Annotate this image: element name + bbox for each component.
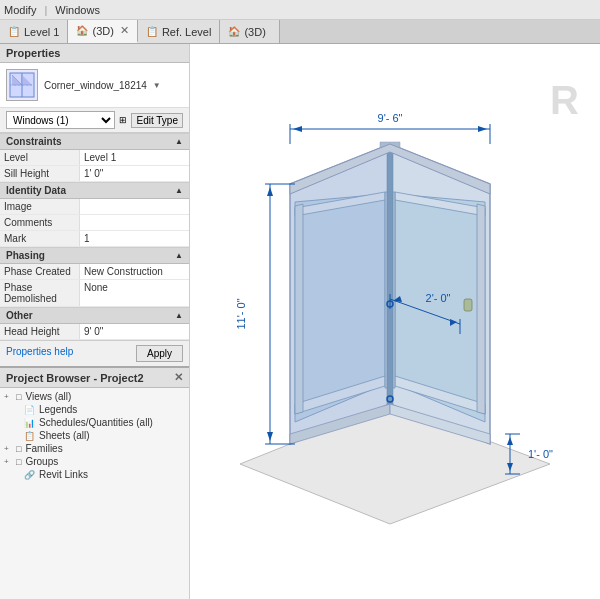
svg-text:2'- 0": 2'- 0" — [426, 292, 451, 304]
prop-head-height-label: Head Height — [0, 324, 80, 339]
section-constraints-title: Constraints — [6, 136, 62, 147]
tree-views-label: Views (all) — [25, 391, 71, 402]
section-phasing-arrow: ▲ — [175, 251, 183, 260]
prop-comments: Comments — [0, 215, 189, 231]
prop-sill-value[interactable]: 1' 0" — [80, 166, 189, 181]
element-preview: Corner_window_18214 ▼ — [0, 63, 189, 108]
tree-legends-icon: 📄 — [24, 405, 35, 415]
tree-revit-label: Revit Links — [39, 469, 88, 480]
tree-families-label: Families — [25, 443, 62, 454]
edit-type-label: Edit Type — [136, 115, 178, 126]
tab-3d-ref-icon: 🏠 — [228, 26, 240, 37]
main-layout: Properties Corner_window_18214 ▼ Windows… — [0, 44, 600, 599]
svg-text:11'- 0": 11'- 0" — [235, 298, 247, 329]
tree-families-icon: □ — [16, 444, 21, 454]
prop-comments-value[interactable] — [80, 215, 189, 230]
svg-text:9'- 6": 9'- 6" — [378, 112, 403, 124]
tab-level1[interactable]: 📋 Level 1 — [0, 20, 68, 43]
type-selector: Windows (1) ⊞ Edit Type — [0, 108, 189, 133]
prop-phase-created-label: Phase Created — [0, 264, 80, 279]
section-constraints[interactable]: Constraints ▲ — [0, 133, 189, 150]
top-toolbar: Modify | Windows — [0, 0, 600, 20]
section-other-arrow: ▲ — [175, 311, 183, 320]
tree-groups[interactable]: + □ Groups — [0, 455, 189, 468]
prop-level-label: Level — [0, 150, 80, 165]
tree-legends[interactable]: 📄 Legends — [0, 403, 189, 416]
edit-type-icon: ⊞ — [119, 115, 127, 125]
svg-text:1'- 0": 1'- 0" — [528, 448, 553, 460]
type-dropdown[interactable]: Windows (1) — [6, 111, 115, 129]
tree-families-expand: + — [4, 444, 14, 453]
tab-3d-icon: 🏠 — [76, 25, 88, 36]
tree-views-expand: + — [4, 392, 14, 401]
section-identity[interactable]: Identity Data ▲ — [0, 182, 189, 199]
tree-groups-label: Groups — [25, 456, 58, 467]
apply-button[interactable]: Apply — [136, 345, 183, 362]
browser-tree: + □ Views (all) 📄 Legends 📊 Schedules/Qu… — [0, 388, 189, 599]
element-preview-icon — [6, 69, 38, 101]
svg-rect-17 — [387, 144, 393, 408]
properties-footer: Properties help Apply — [0, 340, 189, 366]
toolbar-modify[interactable]: Modify — [4, 4, 36, 16]
prop-head-height-value[interactable]: 9' 0" — [80, 324, 189, 339]
prop-head-height: Head Height 9' 0" — [0, 324, 189, 340]
tree-schedules[interactable]: 📊 Schedules/Quantities (all) — [0, 416, 189, 429]
tree-schedules-label: Schedules/Quantities (all) — [39, 417, 153, 428]
tab-3d-label: (3D) — [92, 25, 113, 37]
properties-help-link[interactable]: Properties help — [6, 346, 73, 357]
prop-sill-height: Sill Height 1' 0" — [0, 166, 189, 182]
section-identity-title: Identity Data — [6, 185, 66, 196]
tab-bar: 📋 Level 1 🏠 (3D) ✕ 📋 Ref. Level 🏠 (3D) — [0, 20, 600, 44]
toolbar-windows[interactable]: Windows — [55, 4, 100, 16]
project-browser-header: Project Browser - Project2 ✕ — [0, 368, 189, 388]
project-browser: Project Browser - Project2 ✕ + □ Views (… — [0, 366, 189, 599]
prop-image-label: Image — [0, 199, 80, 214]
tree-sheets-label: Sheets (all) — [39, 430, 90, 441]
section-other[interactable]: Other ▲ — [0, 307, 189, 324]
tree-groups-expand: + — [4, 457, 14, 466]
prop-image-value[interactable] — [80, 199, 189, 214]
prop-phase-demolished-value[interactable]: None — [80, 280, 189, 306]
prop-level-value[interactable]: Level 1 — [80, 150, 189, 165]
svg-marker-9 — [295, 204, 303, 414]
tree-legends-label: Legends — [39, 404, 77, 415]
tab-level1-icon: 📋 — [8, 26, 20, 37]
tree-sheets[interactable]: 📋 Sheets (all) — [0, 429, 189, 442]
viewport[interactable]: 11'- 0" 9'- 6" 2'- 0" 1'- 0" — [190, 44, 600, 599]
tree-families[interactable]: + □ Families — [0, 442, 189, 455]
tab-3d-close[interactable]: ✕ — [120, 24, 129, 37]
tab-3d-main[interactable]: 🏠 (3D) ✕ — [68, 20, 137, 43]
element-name: Corner_window_18214 — [44, 80, 147, 91]
prop-phase-demolished-label: Phase Demolished — [0, 280, 80, 306]
tab-level1-label: Level 1 — [24, 26, 59, 38]
prop-phase-created-value[interactable]: New Construction — [80, 264, 189, 279]
tree-views-icon: □ — [16, 392, 21, 402]
tab-3d-ref[interactable]: 🏠 (3D) — [220, 20, 280, 43]
section-phasing[interactable]: Phasing ▲ — [0, 247, 189, 264]
left-panel: Properties Corner_window_18214 ▼ Windows… — [0, 44, 190, 599]
section-identity-arrow: ▲ — [175, 186, 183, 195]
tree-views[interactable]: + □ Views (all) — [0, 390, 189, 403]
svg-text:R: R — [550, 78, 579, 122]
prop-mark-label: Mark — [0, 231, 80, 246]
svg-rect-48 — [464, 299, 472, 311]
section-phasing-title: Phasing — [6, 250, 45, 261]
edit-type-button[interactable]: Edit Type — [131, 113, 183, 128]
tab-3d-ref-label: (3D) — [244, 26, 265, 38]
tree-schedules-icon: 📊 — [24, 418, 35, 428]
element-dropdown-arrow[interactable]: ▼ — [153, 81, 161, 90]
prop-level: Level Level 1 — [0, 150, 189, 166]
prop-mark-value[interactable]: 1 — [80, 231, 189, 246]
prop-sill-label: Sill Height — [0, 166, 80, 181]
tab-ref-icon: 📋 — [146, 26, 158, 37]
tab-ref-level[interactable]: 📋 Ref. Level — [138, 20, 221, 43]
properties-panel-header: Properties — [0, 44, 189, 63]
section-constraints-arrow: ▲ — [175, 137, 183, 146]
3d-viewport-svg: 11'- 0" 9'- 6" 2'- 0" 1'- 0" — [190, 44, 600, 599]
prop-phase-created: Phase Created New Construction — [0, 264, 189, 280]
project-browser-close[interactable]: ✕ — [174, 371, 183, 384]
tree-revit-links[interactable]: 🔗 Revit Links — [0, 468, 189, 481]
prop-image: Image — [0, 199, 189, 215]
properties-title: Properties — [6, 47, 60, 59]
tree-groups-icon: □ — [16, 457, 21, 467]
